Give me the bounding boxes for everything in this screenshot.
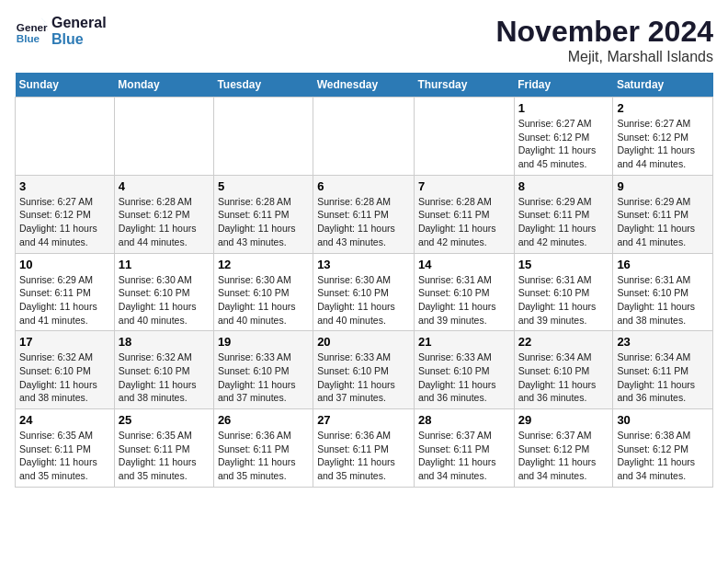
day-info: Sunrise: 6:35 AM Sunset: 6:11 PM Dayligh… bbox=[119, 429, 210, 483]
calendar-cell: 27Sunrise: 6:36 AM Sunset: 6:11 PM Dayli… bbox=[313, 409, 415, 488]
day-number: 1 bbox=[518, 101, 609, 115]
day-info: Sunrise: 6:30 AM Sunset: 6:10 PM Dayligh… bbox=[317, 273, 410, 327]
calendar-cell: 20Sunrise: 6:33 AM Sunset: 6:10 PM Dayli… bbox=[313, 331, 415, 409]
day-info: Sunrise: 6:35 AM Sunset: 6:11 PM Dayligh… bbox=[19, 429, 110, 483]
calendar-cell: 25Sunrise: 6:35 AM Sunset: 6:11 PM Dayli… bbox=[114, 409, 213, 488]
calendar-cell: 28Sunrise: 6:37 AM Sunset: 6:11 PM Dayli… bbox=[414, 409, 514, 488]
calendar-cell: 14Sunrise: 6:31 AM Sunset: 6:10 PM Dayli… bbox=[414, 253, 514, 331]
day-number: 10 bbox=[19, 258, 110, 271]
day-info: Sunrise: 6:27 AM Sunset: 6:12 PM Dayligh… bbox=[19, 195, 110, 249]
day-number: 5 bbox=[218, 179, 309, 193]
day-info: Sunrise: 6:33 AM Sunset: 6:10 PM Dayligh… bbox=[418, 350, 510, 405]
day-info: Sunrise: 6:30 AM Sunset: 6:10 PM Dayligh… bbox=[119, 273, 210, 327]
calendar-cell bbox=[213, 98, 313, 176]
logo-general: General bbox=[51, 15, 107, 31]
calendar-cell: 29Sunrise: 6:37 AM Sunset: 6:12 PM Dayli… bbox=[514, 409, 613, 488]
day-number: 16 bbox=[617, 258, 709, 271]
header: General Blue General Blue November 2024 … bbox=[15, 15, 713, 65]
calendar-cell: 19Sunrise: 6:33 AM Sunset: 6:10 PM Dayli… bbox=[213, 331, 313, 409]
day-number: 29 bbox=[518, 413, 609, 427]
day-info: Sunrise: 6:32 AM Sunset: 6:10 PM Dayligh… bbox=[119, 350, 210, 405]
day-number: 15 bbox=[518, 258, 609, 271]
day-number: 21 bbox=[418, 335, 510, 349]
day-number: 20 bbox=[317, 335, 410, 349]
day-number: 30 bbox=[617, 413, 709, 427]
calendar-cell bbox=[114, 98, 213, 176]
day-info: Sunrise: 6:27 AM Sunset: 6:12 PM Dayligh… bbox=[518, 117, 609, 171]
day-info: Sunrise: 6:37 AM Sunset: 6:11 PM Dayligh… bbox=[418, 429, 510, 483]
day-number: 24 bbox=[19, 413, 110, 427]
svg-text:Blue: Blue bbox=[17, 32, 40, 44]
day-info: Sunrise: 6:28 AM Sunset: 6:12 PM Dayligh… bbox=[119, 195, 210, 249]
calendar-cell: 6Sunrise: 6:28 AM Sunset: 6:11 PM Daylig… bbox=[313, 175, 415, 253]
calendar-cell: 7Sunrise: 6:28 AM Sunset: 6:11 PM Daylig… bbox=[414, 175, 514, 253]
day-info: Sunrise: 6:28 AM Sunset: 6:11 PM Dayligh… bbox=[418, 195, 510, 249]
calendar-cell: 3Sunrise: 6:27 AM Sunset: 6:12 PM Daylig… bbox=[16, 175, 115, 253]
weekday-header-thursday: Thursday bbox=[414, 73, 514, 98]
calendar-table: SundayMondayTuesdayWednesdayThursdayFrid… bbox=[15, 73, 713, 488]
calendar-cell: 13Sunrise: 6:30 AM Sunset: 6:10 PM Dayli… bbox=[313, 253, 415, 331]
calendar-cell: 22Sunrise: 6:34 AM Sunset: 6:10 PM Dayli… bbox=[514, 331, 613, 409]
day-info: Sunrise: 6:33 AM Sunset: 6:10 PM Dayligh… bbox=[218, 350, 309, 405]
day-info: Sunrise: 6:31 AM Sunset: 6:10 PM Dayligh… bbox=[518, 273, 609, 327]
day-number: 17 bbox=[19, 335, 110, 349]
location-title: Mejit, Marshall Islands bbox=[495, 49, 713, 65]
day-number: 13 bbox=[317, 258, 410, 271]
day-info: Sunrise: 6:27 AM Sunset: 6:12 PM Dayligh… bbox=[617, 117, 709, 171]
calendar-cell: 10Sunrise: 6:29 AM Sunset: 6:11 PM Dayli… bbox=[16, 253, 115, 331]
calendar-cell: 11Sunrise: 6:30 AM Sunset: 6:10 PM Dayli… bbox=[114, 253, 213, 331]
day-number: 6 bbox=[317, 179, 410, 193]
calendar-cell: 21Sunrise: 6:33 AM Sunset: 6:10 PM Dayli… bbox=[414, 331, 514, 409]
weekday-header-friday: Friday bbox=[514, 73, 613, 98]
calendar-cell: 30Sunrise: 6:38 AM Sunset: 6:12 PM Dayli… bbox=[613, 409, 713, 488]
month-title: November 2024 bbox=[495, 15, 713, 49]
day-info: Sunrise: 6:29 AM Sunset: 6:11 PM Dayligh… bbox=[617, 195, 709, 249]
weekday-header-tuesday: Tuesday bbox=[213, 73, 313, 98]
calendar-cell: 9Sunrise: 6:29 AM Sunset: 6:11 PM Daylig… bbox=[613, 175, 713, 253]
calendar-cell: 18Sunrise: 6:32 AM Sunset: 6:10 PM Dayli… bbox=[114, 331, 213, 409]
calendar-cell bbox=[414, 98, 514, 176]
day-number: 27 bbox=[317, 413, 410, 427]
calendar-cell: 12Sunrise: 6:30 AM Sunset: 6:10 PM Dayli… bbox=[213, 253, 313, 331]
weekday-header-saturday: Saturday bbox=[613, 73, 713, 98]
day-info: Sunrise: 6:36 AM Sunset: 6:11 PM Dayligh… bbox=[218, 429, 309, 483]
day-number: 18 bbox=[119, 335, 210, 349]
day-info: Sunrise: 6:30 AM Sunset: 6:10 PM Dayligh… bbox=[218, 273, 309, 327]
calendar-cell: 4Sunrise: 6:28 AM Sunset: 6:12 PM Daylig… bbox=[114, 175, 213, 253]
calendar-cell: 8Sunrise: 6:29 AM Sunset: 6:11 PM Daylig… bbox=[514, 175, 613, 253]
day-number: 19 bbox=[218, 335, 309, 349]
day-info: Sunrise: 6:34 AM Sunset: 6:11 PM Dayligh… bbox=[617, 350, 709, 405]
day-info: Sunrise: 6:38 AM Sunset: 6:12 PM Dayligh… bbox=[617, 429, 709, 483]
calendar-cell bbox=[313, 98, 415, 176]
day-info: Sunrise: 6:36 AM Sunset: 6:11 PM Dayligh… bbox=[317, 429, 410, 483]
title-area: November 2024 Mejit, Marshall Islands bbox=[495, 15, 713, 65]
weekday-header-sunday: Sunday bbox=[16, 73, 115, 98]
calendar-cell bbox=[16, 98, 115, 176]
day-number: 25 bbox=[119, 413, 210, 427]
day-number: 4 bbox=[119, 179, 210, 193]
day-number: 23 bbox=[617, 335, 709, 349]
day-info: Sunrise: 6:28 AM Sunset: 6:11 PM Dayligh… bbox=[317, 195, 410, 249]
day-info: Sunrise: 6:32 AM Sunset: 6:10 PM Dayligh… bbox=[19, 350, 110, 405]
day-info: Sunrise: 6:33 AM Sunset: 6:10 PM Dayligh… bbox=[317, 350, 410, 405]
weekday-header-wednesday: Wednesday bbox=[313, 73, 415, 98]
calendar-cell: 5Sunrise: 6:28 AM Sunset: 6:11 PM Daylig… bbox=[213, 175, 313, 253]
day-info: Sunrise: 6:31 AM Sunset: 6:10 PM Dayligh… bbox=[617, 273, 709, 327]
calendar-cell: 24Sunrise: 6:35 AM Sunset: 6:11 PM Dayli… bbox=[16, 409, 115, 488]
calendar-cell: 15Sunrise: 6:31 AM Sunset: 6:10 PM Dayli… bbox=[514, 253, 613, 331]
day-info: Sunrise: 6:34 AM Sunset: 6:10 PM Dayligh… bbox=[518, 350, 609, 405]
logo-icon: General Blue bbox=[15, 15, 48, 48]
day-info: Sunrise: 6:29 AM Sunset: 6:11 PM Dayligh… bbox=[518, 195, 609, 249]
calendar-cell: 2Sunrise: 6:27 AM Sunset: 6:12 PM Daylig… bbox=[613, 98, 713, 176]
day-number: 9 bbox=[617, 179, 709, 193]
day-number: 28 bbox=[418, 413, 510, 427]
calendar-cell: 1Sunrise: 6:27 AM Sunset: 6:12 PM Daylig… bbox=[514, 98, 613, 176]
logo-blue: Blue bbox=[51, 31, 107, 48]
day-number: 8 bbox=[518, 179, 609, 193]
calendar-cell: 16Sunrise: 6:31 AM Sunset: 6:10 PM Dayli… bbox=[613, 253, 713, 331]
day-number: 7 bbox=[418, 179, 510, 193]
day-info: Sunrise: 6:29 AM Sunset: 6:11 PM Dayligh… bbox=[19, 273, 110, 327]
weekday-header-monday: Monday bbox=[114, 73, 213, 98]
calendar-cell: 23Sunrise: 6:34 AM Sunset: 6:11 PM Dayli… bbox=[613, 331, 713, 409]
calendar-cell: 26Sunrise: 6:36 AM Sunset: 6:11 PM Dayli… bbox=[213, 409, 313, 488]
